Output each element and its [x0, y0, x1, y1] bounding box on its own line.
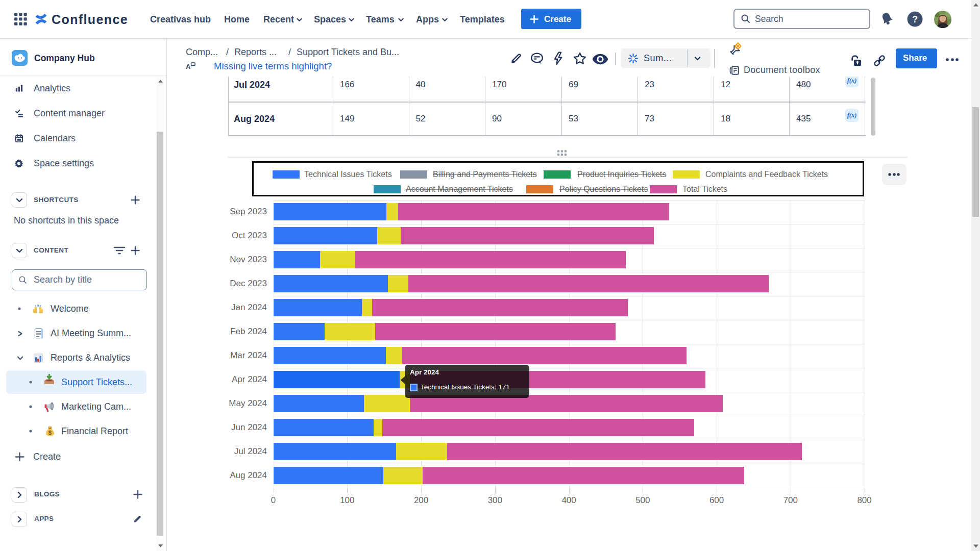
svg-text:$: $: [48, 429, 52, 436]
svg-text:?: ?: [912, 14, 918, 24]
svg-text:A: A: [186, 63, 191, 70]
